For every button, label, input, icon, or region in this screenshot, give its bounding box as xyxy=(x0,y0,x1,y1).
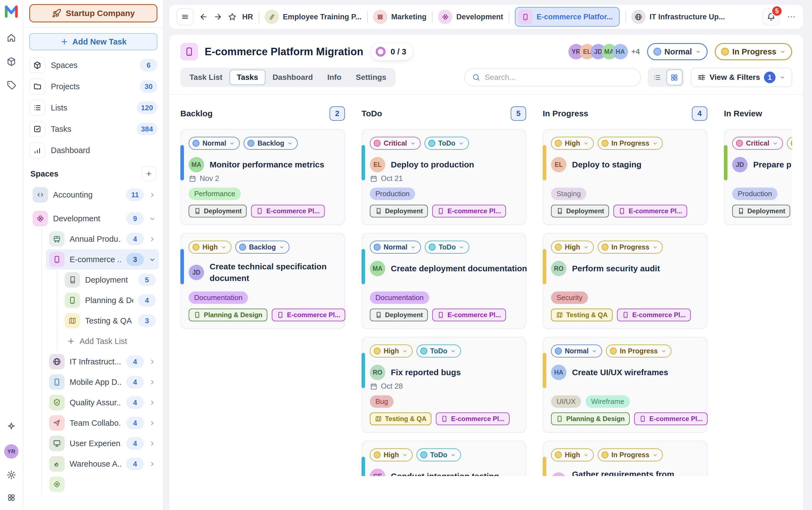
project-chip[interactable]: E-commerce Pl... xyxy=(613,205,687,218)
tasklist-chip[interactable]: Deployment xyxy=(551,205,609,218)
topbar-tab-hr[interactable]: HR xyxy=(242,13,253,21)
add-space-button[interactable] xyxy=(141,166,156,181)
tasklist-chip[interactable]: Deployment xyxy=(732,205,790,218)
topbar-tab-employee-training[interactable]: Employee Training P... xyxy=(265,10,361,24)
priority-pill[interactable]: High xyxy=(370,448,413,461)
avatar[interactable]: HA xyxy=(613,44,628,59)
tasklist-chip[interactable]: Deployment xyxy=(370,309,428,321)
gear-icon[interactable] xyxy=(5,469,18,481)
project-item-team-collaboration[interactable]: Team Collabo... 4 xyxy=(46,413,159,433)
status-pill[interactable]: In Progress xyxy=(598,448,663,461)
workspace-button[interactable]: Startup Company xyxy=(29,4,157,22)
forward-arrow-icon[interactable] xyxy=(213,12,222,21)
project-item-mobile-app[interactable]: Mobile App D... 4 xyxy=(46,372,159,392)
project-item-partial[interactable] xyxy=(46,474,159,494)
add-new-task-button[interactable]: Add New Task xyxy=(29,33,157,50)
apps-circles-icon[interactable] xyxy=(5,491,18,504)
user-avatar[interactable]: YR xyxy=(4,444,19,459)
tags-icon[interactable] xyxy=(5,79,18,92)
tasklist-item-testing-qa[interactable]: Testing & QA 3 xyxy=(61,311,159,331)
status-pill[interactable]: ToDo xyxy=(425,137,469,150)
task-card[interactable]: Normal In Progress HA Create UI/UX wiref… xyxy=(543,337,707,433)
add-task-list-button[interactable]: Add Task List xyxy=(61,331,159,351)
tasklist-item-deployment[interactable]: Deployment 5 xyxy=(61,270,159,290)
notifications-bell-icon[interactable]: 5 xyxy=(762,8,780,26)
task-card[interactable]: High In Progress EL Deploy to staging St… xyxy=(543,129,707,225)
search-input[interactable] xyxy=(485,73,633,82)
status-pill[interactable]: In Progress xyxy=(598,240,663,254)
app-logo-m-icon[interactable] xyxy=(4,4,19,18)
project-item-annual-product[interactable]: Annual Produ... 4 xyxy=(46,229,159,249)
project-item-warehouse[interactable]: Warehouse A... 4 xyxy=(46,454,159,474)
spaces-cube-icon[interactable] xyxy=(5,55,18,68)
tasklist-chip[interactable]: Planning & Design xyxy=(188,309,267,321)
priority-pill[interactable]: Normal xyxy=(188,137,240,150)
tasklist-item-planning-design[interactable]: Planning & Des... 4 xyxy=(61,290,159,311)
priority-pill[interactable]: Critical xyxy=(732,137,783,150)
sidebar-item-projects[interactable]: Projects 30 xyxy=(29,77,157,96)
space-item-development[interactable]: Development 9 xyxy=(29,208,159,229)
status-pill[interactable] xyxy=(787,137,792,150)
task-card[interactable]: High Backlog JD Create technical specifi… xyxy=(180,233,345,329)
list-view-icon[interactable] xyxy=(649,69,665,85)
topbar-tab-marketing[interactable]: Marketing xyxy=(373,10,427,24)
task-card[interactable]: Critical ToDo EL Deploy to production Oc… xyxy=(361,129,526,225)
tasklist-chip[interactable]: Testing & QA xyxy=(370,413,431,425)
project-chip[interactable]: E-commerce Pl... xyxy=(432,205,506,218)
sidebar-item-dashboard[interactable]: Dashboard xyxy=(29,140,157,160)
priority-pill[interactable]: High xyxy=(551,448,594,461)
project-priority-dropdown[interactable]: Normal xyxy=(647,43,708,60)
task-card[interactable]: High ToDo RO Fix reported bugs Oct 28 Bu… xyxy=(361,337,526,433)
project-chip[interactable]: E-commerce Pl... xyxy=(617,309,691,321)
tasklist-chip[interactable]: Planning & Design xyxy=(551,413,630,425)
tasklist-chip[interactable]: Deployment xyxy=(188,205,246,218)
tab-tasks[interactable]: Tasks xyxy=(230,69,265,85)
tab-info[interactable]: Info xyxy=(320,69,349,85)
project-chip[interactable]: E-commerce Pl... xyxy=(436,413,509,425)
task-card[interactable]: High In Progress CE Gather requirements … xyxy=(543,441,707,476)
space-item-accounting[interactable]: Accounting 11 xyxy=(29,185,159,205)
project-item-ecommerce[interactable]: E-commerce ... 3 xyxy=(46,249,159,270)
tasklist-chip[interactable]: Deployment xyxy=(370,205,428,218)
project-item-it-infrastructure[interactable]: IT Infrastruct... 4 xyxy=(46,351,159,372)
priority-pill[interactable]: Normal xyxy=(370,240,421,254)
status-pill[interactable]: In Progress xyxy=(598,137,663,150)
favorite-star-icon[interactable] xyxy=(228,12,237,21)
project-chip[interactable]: E-commerce Pl... xyxy=(251,205,324,218)
status-pill[interactable]: ToDo xyxy=(416,344,461,358)
more-options-icon[interactable] xyxy=(787,12,796,22)
status-pill[interactable]: In Progress xyxy=(606,344,671,358)
view-filters-button[interactable]: View & Filters 1 xyxy=(691,68,792,87)
tab-task-list[interactable]: Task List xyxy=(182,69,230,85)
priority-pill[interactable]: Normal xyxy=(551,344,602,358)
task-card[interactable]: Normal Backlog MA Monitor performance me… xyxy=(180,129,345,225)
status-pill[interactable]: Backlog xyxy=(243,137,298,150)
priority-pill[interactable]: Critical xyxy=(370,137,420,150)
priority-pill[interactable]: High xyxy=(551,137,594,150)
project-item-quality-assurance[interactable]: Quality Assur... 4 xyxy=(46,392,159,413)
topbar-tab-it-infrastructure[interactable]: IT Infrastructure Up... xyxy=(631,10,725,24)
avatar-overflow-count[interactable]: +4 xyxy=(631,48,640,56)
board-view-icon[interactable] xyxy=(666,69,683,85)
back-arrow-icon[interactable] xyxy=(199,12,208,21)
status-pill[interactable]: ToDo xyxy=(425,240,469,254)
status-pill[interactable]: ToDo xyxy=(416,448,461,461)
priority-pill[interactable]: High xyxy=(370,344,413,358)
sidebar-item-spaces[interactable]: Spaces 6 xyxy=(29,55,157,75)
task-card[interactable]: Normal ToDo MA Create deployment documen… xyxy=(361,233,526,329)
tab-dashboard[interactable]: Dashboard xyxy=(265,69,320,85)
status-pill[interactable]: Backlog xyxy=(235,240,289,254)
sparkle-icon[interactable] xyxy=(5,421,18,433)
project-chip[interactable]: E-commerce Pl... xyxy=(432,309,506,321)
project-status-dropdown[interactable]: In Progress xyxy=(715,43,792,60)
tab-settings[interactable]: Settings xyxy=(349,69,393,85)
task-card[interactable]: Critical JD Prepare p Production Deploym… xyxy=(724,129,792,225)
hamburger-menu-icon[interactable] xyxy=(176,8,194,25)
home-icon[interactable] xyxy=(5,31,18,44)
priority-pill[interactable]: High xyxy=(188,240,231,254)
topbar-tab-ecommerce-active[interactable]: E-commerce Platfor... xyxy=(515,7,620,27)
task-card[interactable]: High In Progress RO Perform security aud… xyxy=(543,233,707,329)
sidebar-item-tasks[interactable]: Tasks 384 xyxy=(29,119,157,139)
project-chip[interactable]: E-commerce Pl... xyxy=(634,413,707,425)
sidebar-item-lists[interactable]: Lists 120 xyxy=(29,98,157,118)
